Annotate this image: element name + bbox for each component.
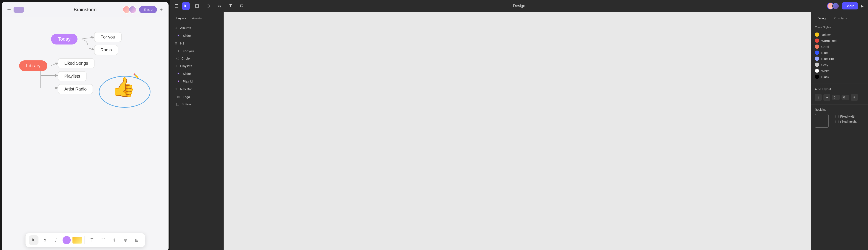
al-down-btn[interactable]: ↓ <box>815 94 822 101</box>
al-spacing-input[interactable]: 5 <box>832 95 840 100</box>
color-styles-title: Color Styles <box>815 26 865 29</box>
fixed-height-checkbox[interactable] <box>836 120 838 123</box>
color-dot-yellow <box>815 32 819 37</box>
sidebar-items-list: ⊞ Albums ✦ Slider ⊞ H2 T For you <box>170 22 223 250</box>
layer-item-slider-2[interactable]: ✦ Slider <box>170 70 223 77</box>
toolbar-divider <box>84 236 85 244</box>
text-tool-figma[interactable]: T <box>227 2 235 10</box>
layer-item-playlists[interactable]: ⊞ Playlists <box>170 62 223 70</box>
layer-label: H2 <box>180 41 184 45</box>
color-style-blue-tint[interactable]: Blue Tint <box>815 56 865 62</box>
sparkle-icon[interactable]: ✦ <box>159 7 163 12</box>
circle-icon <box>176 57 179 60</box>
svg-rect-2 <box>55 241 56 242</box>
bottom-toolbar: T ⌒ ✳ ⊕ ⊞ <box>25 233 145 247</box>
canvas-area: Today For you Radio Library Liked Songs … <box>2 16 168 234</box>
left-header-left: ☰ <box>7 7 24 13</box>
auto-layout-remove-button[interactable]: − <box>862 87 865 92</box>
sidebar-tabs: Layers Assets <box>170 12 223 22</box>
layer-item-nav-bar[interactable]: ⊞ Nav Bar <box>170 85 223 93</box>
comment-tool[interactable] <box>238 2 246 10</box>
node-artist-radio[interactable]: Artist Radio <box>58 84 93 94</box>
node-today[interactable]: Today <box>51 34 78 44</box>
layer-item-albums[interactable]: ⊞ Albums <box>170 24 223 32</box>
color-name-warm-red: Warm Red <box>821 39 837 42</box>
layer-label: For you <box>183 49 194 53</box>
fixed-height-label: Fixed height <box>840 120 857 123</box>
fixed-width-option[interactable]: Fixed width <box>836 115 857 118</box>
fixed-height-option[interactable]: Fixed height <box>836 120 857 123</box>
node-library[interactable]: Library <box>19 61 48 71</box>
tab-layers[interactable]: Layers <box>174 14 189 22</box>
hand-tool[interactable] <box>40 236 50 245</box>
page-title: Brainstorm <box>73 7 96 12</box>
resizing-title: Resizing <box>815 108 827 111</box>
left-panel: ☰ Brainstorm Share ✦ <box>2 2 168 250</box>
layer-item-button[interactable]: Button <box>170 101 223 108</box>
frame-tool[interactable] <box>193 2 201 10</box>
layer-label: Button <box>182 102 191 106</box>
shape-tool[interactable] <box>204 2 212 10</box>
figma-avatar-2 <box>832 3 839 9</box>
figma-hamburger-icon[interactable]: ☰ <box>175 3 179 9</box>
cursor-tool[interactable] <box>29 236 38 245</box>
color-style-blue[interactable]: Blue <box>815 50 865 56</box>
color-style-coral[interactable]: Coral <box>815 44 865 50</box>
layer-item-slider-1[interactable]: ✦ Slider <box>170 32 223 39</box>
play-icon[interactable]: ▶ <box>861 4 864 8</box>
star-icon: ✦ <box>176 79 181 83</box>
figma-share-button[interactable]: Share <box>842 2 858 9</box>
layer-item-play-ui[interactable]: ✦ Play UI <box>170 77 223 85</box>
node-liked-songs[interactable]: Liked Songs <box>58 58 94 68</box>
text-tool[interactable]: T <box>87 236 97 245</box>
layer-item-logo[interactable]: ⊞ Logo <box>170 93 223 101</box>
color-name-black: Black <box>821 75 829 79</box>
color-dot-grey <box>815 63 819 67</box>
left-header: ☰ Brainstorm Share ✦ <box>2 2 168 17</box>
layer-item-for-you[interactable]: T For you <box>170 47 223 55</box>
hamburger-icon[interactable]: ☰ <box>7 7 11 12</box>
layer-label: Logo <box>183 95 190 99</box>
select-tool[interactable] <box>182 2 190 10</box>
color-style-warm-red[interactable]: Warm Red <box>815 38 865 44</box>
color-dot-black <box>815 75 819 79</box>
layer-label: Playlists <box>180 64 192 68</box>
al-align-btn[interactable]: ⊡ <box>851 94 858 101</box>
color-style-white[interactable]: White <box>815 68 865 74</box>
figma-right-panel: Design Prototype Color Styles Yellow War… <box>811 12 868 250</box>
diagram: Today For you Radio Library Liked Songs … <box>15 24 161 123</box>
grid-tool[interactable]: ✳ <box>110 236 119 245</box>
grid-icon: ⊞ <box>174 64 178 68</box>
fixed-width-checkbox[interactable] <box>836 115 838 118</box>
color-style-black[interactable]: Black <box>815 74 865 80</box>
color-dot-blue <box>815 50 819 55</box>
fixed-width-label: Fixed width <box>840 115 856 118</box>
color-style-yellow[interactable]: Yellow <box>815 32 865 38</box>
node-playlists[interactable]: Playlists <box>58 71 87 81</box>
node-for-you[interactable]: For you <box>94 32 122 42</box>
tab-design[interactable]: Design <box>815 14 830 22</box>
tab-prototype[interactable]: Prototype <box>831 14 850 22</box>
circle-tool[interactable] <box>62 236 71 244</box>
color-name-grey: Grey <box>821 63 828 67</box>
al-padding-input[interactable]: 0 <box>841 95 849 100</box>
path-tool[interactable]: ⌒ <box>98 236 108 245</box>
rectangle-tool[interactable] <box>72 237 82 244</box>
layer-item-h2[interactable]: ⊞ H2 <box>170 39 223 47</box>
share-button[interactable]: Share <box>139 6 157 13</box>
al-right-btn[interactable]: → <box>824 94 830 101</box>
pen-tool-figma[interactable] <box>216 2 223 10</box>
al-spacing-value: 5 <box>834 96 838 99</box>
stamp-tool[interactable]: ⊕ <box>121 236 130 245</box>
color-dot-white <box>815 69 819 73</box>
image-tool[interactable]: ⊞ <box>132 236 142 245</box>
color-style-grey[interactable]: Grey <box>815 62 865 68</box>
header-pill <box>13 7 24 13</box>
pen-tool[interactable] <box>51 236 61 245</box>
tab-assets[interactable]: Assets <box>189 14 204 22</box>
avatar <box>129 6 136 13</box>
layer-label: Play UI <box>183 79 193 83</box>
figma-canvas[interactable] <box>224 12 811 250</box>
node-radio[interactable]: Radio <box>94 45 118 55</box>
layer-item-circle[interactable]: Circle <box>170 55 223 62</box>
